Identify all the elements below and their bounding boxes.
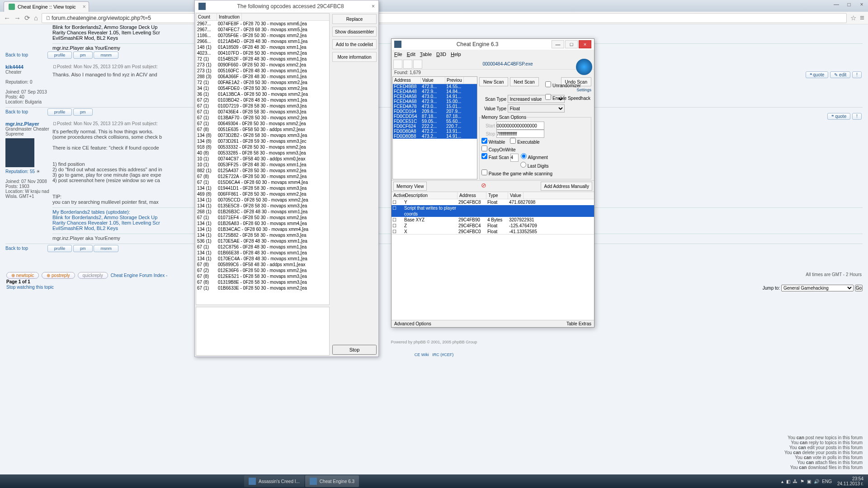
result-row[interactable]: FCED49B8472.8...14.55... <box>393 84 477 89</box>
more-info-button[interactable]: More information <box>332 52 377 62</box>
clock[interactable]: 23:54 24.11.2013 г. <box>835 476 866 486</box>
back-to-top[interactable]: Back to top <box>5 246 28 251</box>
wiki-link[interactable]: CE Wiki <box>415 352 429 357</box>
cow-checkbox[interactable] <box>481 145 487 151</box>
memory-view-button[interactable]: Memory View <box>393 182 427 191</box>
tray-volume-icon[interactable]: 🔊 <box>814 479 819 484</box>
url-bar[interactable]: 🗋 forum.cheatengine.org/viewtopic.php?t=… <box>42 13 847 23</box>
stop-watching-link[interactable]: Stop watching this topic <box>6 285 54 290</box>
minimize-icon[interactable]: — <box>552 40 564 48</box>
opcode-row[interactable]: 67 (1)01071EF4 - 0F28 50 30 - movaps xmm… <box>196 215 329 221</box>
forward-icon[interactable]: → <box>14 14 21 22</box>
address-table[interactable]: Active Description Address Type Value ☐Y… <box>392 192 594 234</box>
sig-link[interactable]: Blink for Borderlands2, Ammo Storage Dec… <box>52 24 157 30</box>
writable-checkbox[interactable] <box>481 138 487 144</box>
opcode-row[interactable]: 67 (8)005899C6 - 0F58 48 30 - addps xmm1… <box>196 262 329 267</box>
opcode-row[interactable]: 67 (1)010D7219 - 0F28 58 30 - movaps xmm… <box>196 103 329 109</box>
opcode-titlebar[interactable]: The following opcodes accessed 29C4FBC8 … <box>195 0 378 12</box>
close-icon[interactable]: × <box>83 4 86 10</box>
opcode-row[interactable]: 67 (8)012E722A - 0F28 50 30 - movaps xmm… <box>196 174 329 179</box>
result-row[interactable]: FD0CDD5487.18...87.18... <box>393 114 477 119</box>
stop-input[interactable] <box>496 130 544 138</box>
ce-logo-icon[interactable] <box>576 59 592 75</box>
result-row[interactable]: FD0CE51C59.05...55.60... <box>393 119 477 124</box>
opcode-row[interactable]: 36 (1)01A13BCA - 0F28 50 30 - movaps xmm… <box>196 91 329 97</box>
postreply-button[interactable]: ⊕ postreply <box>42 272 75 279</box>
table-extras[interactable]: Table Extras <box>566 321 591 326</box>
taskbar-app[interactable]: Cheat Engine 6.3 <box>305 475 359 487</box>
menu-file[interactable]: File <box>394 52 402 57</box>
opcode-row[interactable]: 10 (1)00744C97 - 0F58 40 30 - addps xmm0… <box>196 156 329 162</box>
fastscan-checkbox[interactable] <box>481 153 487 159</box>
new-scan-button[interactable]: New Scan <box>479 77 508 86</box>
opcode-details[interactable] <box>196 307 330 356</box>
edit-button[interactable]: ✎ edit <box>830 71 850 78</box>
opcode-row[interactable]: 918 (8)00533332 - 0F28 50 30 - movaps xm… <box>196 144 329 150</box>
taskbar-app[interactable]: Assassin's Creed I... <box>244 475 304 487</box>
opcode-row[interactable]: 134 (1)01725B82 - 0F28 58 30 - movaps xm… <box>196 232 329 238</box>
profile-badge[interactable]: profile <box>47 245 72 252</box>
maximize-icon[interactable]: □ <box>565 40 578 48</box>
tray-icon[interactable]: ◧ <box>786 479 790 484</box>
table-row[interactable]: ☐Z29C4FBC4Float-125.4764709 <box>392 223 594 229</box>
tray-icon[interactable]: ▣ <box>807 479 811 484</box>
result-row[interactable]: FCED4A68472.9...15.00... <box>393 99 477 104</box>
result-row[interactable]: FD0D80B8473.2...14.91... <box>393 134 477 139</box>
report-icon[interactable]: ! <box>852 71 862 78</box>
opcode-row[interactable]: 134 (1)01B66E38 - 0F28 48 30 - movaps xm… <box>196 250 329 256</box>
opcode-row[interactable]: 268 (1)01B26B3C - 0F28 48 30 - movaps xm… <box>196 209 329 215</box>
opcode-row[interactable]: 67 (8)012EE521 - 0F28 58 30 - movaps xmm… <box>196 273 329 279</box>
newtopic-button[interactable]: ⊕ newtopic <box>6 272 39 279</box>
forum-index-link[interactable]: Cheat Engine Forum Index - <box>111 273 168 278</box>
result-row[interactable]: FCED4A48472.9...14.84... <box>393 89 477 94</box>
result-row[interactable]: FD0CD164209.6...207.9... <box>393 109 477 114</box>
opcode-row[interactable]: 67 (2)0103BD42 - 0F28 48 30 - movaps xmm… <box>196 97 329 103</box>
close-icon[interactable]: × <box>579 40 591 48</box>
opcode-row[interactable]: 134 (8)0073D2B2 - 0F28 58 30 - movaps xm… <box>196 132 329 138</box>
opcode-row[interactable]: 72 (1)00FAE1A2 - 0F28 50 30 - movaps xmm… <box>196 80 329 85</box>
username[interactable]: kik4444 <box>5 64 52 70</box>
sig-link[interactable]: Blink for Borderlands2, Ammo Storage Dec… <box>52 215 157 220</box>
opcode-row[interactable]: 2967...0074FE8F - 0F28 70 30 - movaps xm… <box>196 21 329 27</box>
quote-button[interactable]: ❝ quote <box>827 113 850 120</box>
result-row[interactable]: FD0D80A8472.2...13.91... <box>393 129 477 134</box>
opcode-row[interactable]: 288 (3)006A366F - 0F28 48 30 - movaps xm… <box>196 74 329 80</box>
opcode-row[interactable]: 469 (8)006FF861 - 0F28 50 30 - movaps xm… <box>196 191 329 197</box>
sig-link[interactable]: EvilSmashER Mod, BL2 Keys <box>52 225 118 231</box>
speedhack-checkbox[interactable] <box>545 94 551 100</box>
opcode-row[interactable]: 34 (1)0054FDE0 - 0F28 50 30 - movaps xmm… <box>196 85 329 91</box>
pm-badge[interactable]: pm <box>73 108 93 116</box>
opcode-row[interactable]: 134 (1)0170EC4A - 0F28 48 30 - movaps xm… <box>196 256 329 262</box>
go-button[interactable]: Go <box>855 285 863 291</box>
opcode-row[interactable]: 67 (1)012C8756 - 0F28 48 30 - movaps xmm… <box>196 244 329 250</box>
close-icon[interactable]: × <box>855 0 868 9</box>
reload-icon[interactable]: ⟳ <box>24 14 30 22</box>
replace-button[interactable]: Replace <box>332 14 377 24</box>
opcode-row[interactable]: 148 (1)01A18509 - 0F28 48 30 - movaps xm… <box>196 44 329 50</box>
opcode-row[interactable]: 67 (2)012E36F6 - 0F28 50 30 - movaps xmm… <box>196 267 329 273</box>
next-scan-button[interactable]: Next Scan <box>510 77 539 86</box>
close-icon[interactable]: × <box>372 3 375 9</box>
jumpto-select[interactable]: General Gamehacking <box>781 285 854 291</box>
alignment-radio[interactable] <box>521 153 527 159</box>
sig-link[interactable]: Rarity Chances Revealer 1.05, Item Level… <box>52 220 160 225</box>
result-row[interactable]: FCED4A78473.0...15.01... <box>393 104 477 109</box>
profile-badge[interactable]: profile <box>47 52 72 59</box>
opcode-list[interactable]: Count Instruction 2967...0074FE8F - 0F28… <box>196 13 330 305</box>
msnm-badge[interactable]: msnm <box>94 52 118 59</box>
opcode-row[interactable]: 882 (1)0125A437 - 0F28 50 30 - movaps xm… <box>196 168 329 174</box>
msnm-badge[interactable]: msnm <box>94 245 118 252</box>
back-to-top[interactable]: Back to top <box>5 52 28 57</box>
opcode-row[interactable]: 2966...0121AB4D - 0F28 48 30 - movaps xm… <box>196 38 329 44</box>
quote-button[interactable]: ❝ quote <box>806 71 829 78</box>
opcode-row[interactable]: 72 (1)0154B52F - 0F28 48 30 - movaps xmm… <box>196 56 329 62</box>
opcode-row[interactable]: 67 (1)01B6633E - 0F28 50 30 - movaps xmm… <box>196 285 329 291</box>
profile-badge[interactable]: profile <box>47 108 72 116</box>
opcode-row[interactable]: 273 (1)0090F660 - 0F28 50 30 - movaps xm… <box>196 62 329 68</box>
browser-tab[interactable]: Cheat Engine :: View topic × <box>4 1 89 12</box>
report-icon[interactable]: ! <box>852 113 862 120</box>
back-icon[interactable]: ← <box>4 14 10 22</box>
value-type-select[interactable]: Float <box>508 104 565 113</box>
quickreply-button[interactable]: quickreply <box>78 272 108 279</box>
home-icon[interactable]: ⌂ <box>34 14 38 22</box>
